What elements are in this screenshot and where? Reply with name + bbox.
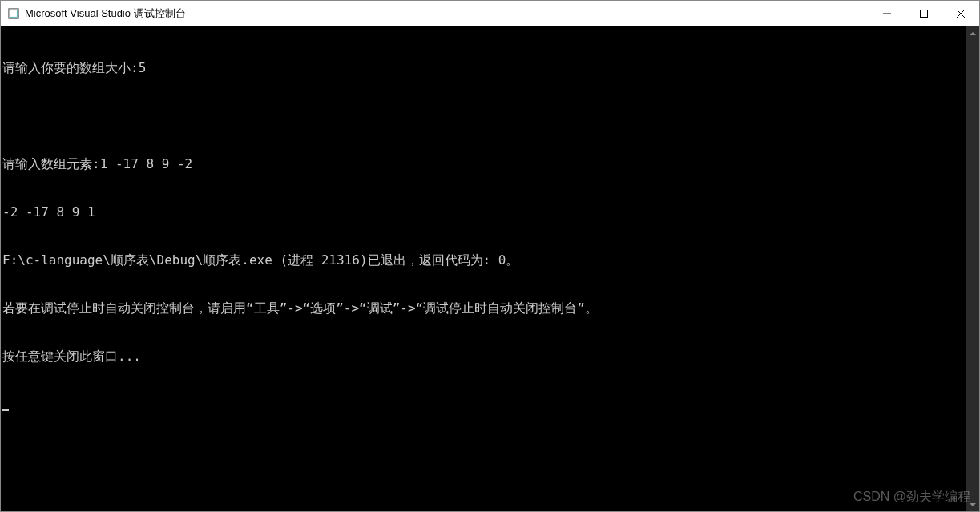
svg-rect-1 — [10, 10, 18, 17]
app-icon — [7, 7, 20, 20]
console-line — [2, 108, 966, 124]
console-window: Microsoft Visual Studio 调试控制台 请输入你要的数组大小… — [0, 0, 980, 512]
console-line: F:\c-language\顺序表\Debug\顺序表.exe (进程 2131… — [2, 252, 966, 268]
console-line: 若要在调试停止时自动关闭控制台，请启用“工具”->“选项”->“调试”->“调试… — [2, 300, 966, 316]
svg-marker-6 — [970, 32, 976, 35]
console-line: -2 -17 8 9 1 — [2, 204, 966, 220]
scroll-down-icon[interactable] — [966, 498, 979, 511]
text-cursor — [2, 409, 9, 411]
titlebar[interactable]: Microsoft Visual Studio 调试控制台 — [1, 1, 979, 26]
vertical-scrollbar[interactable] — [966, 26, 979, 511]
scroll-up-icon[interactable] — [966, 26, 979, 40]
svg-marker-7 — [970, 503, 976, 506]
console-output[interactable]: 请输入你要的数组大小:5 请输入数组元素:1 -17 8 9 -2 -2 -17… — [1, 26, 966, 511]
maximize-button[interactable] — [905, 1, 942, 26]
window-title: Microsoft Visual Studio 调试控制台 — [25, 6, 186, 21]
console-line: 请输入你要的数组大小:5 — [2, 60, 966, 76]
console-line: 按任意键关闭此窗口... — [2, 349, 966, 365]
window-controls — [869, 1, 979, 26]
console-line: 请输入数组元素:1 -17 8 9 -2 — [2, 156, 966, 172]
cursor-line — [2, 397, 966, 413]
close-button[interactable] — [942, 1, 979, 26]
minimize-button[interactable] — [869, 1, 905, 26]
content-area: 请输入你要的数组大小:5 请输入数组元素:1 -17 8 9 -2 -2 -17… — [1, 26, 979, 511]
svg-rect-3 — [921, 10, 928, 17]
